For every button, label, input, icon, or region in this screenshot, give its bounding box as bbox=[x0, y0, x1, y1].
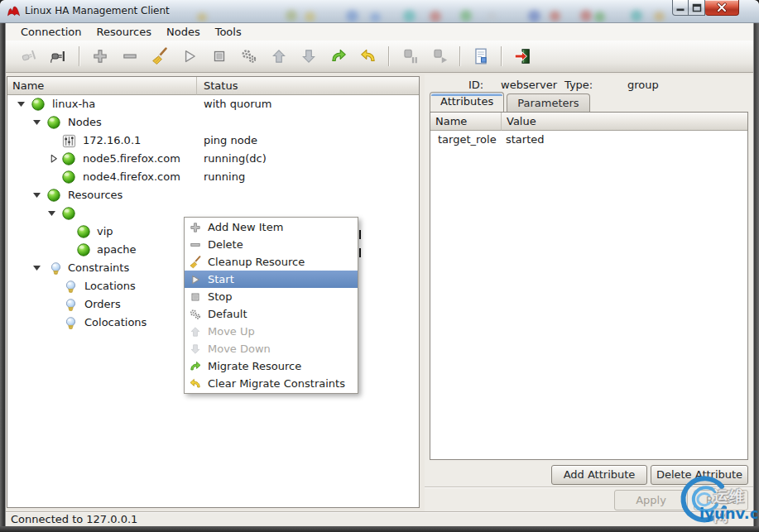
toolbar bbox=[6, 41, 753, 73]
node-green-icon bbox=[61, 206, 76, 221]
app-window: Linux HA Management Client Connection Re… bbox=[0, 0, 759, 532]
menu-bar: Connection Resources Nodes Tools bbox=[6, 23, 753, 41]
close-button[interactable] bbox=[705, 0, 739, 16]
tree-row-linux-ha[interactable]: linux-ha with quorum bbox=[7, 95, 419, 113]
tree-row-node5[interactable]: node5.firefox.com running(dc) bbox=[7, 150, 419, 168]
resource-id-row: ID: webserver Type: group bbox=[425, 79, 753, 92]
glass-blob bbox=[594, 12, 605, 22]
expander-right-icon[interactable] bbox=[47, 152, 60, 165]
ping-node-icon bbox=[61, 133, 77, 149]
details-tabs: Attributes Parameters bbox=[430, 92, 593, 112]
tab-attributes[interactable]: Attributes bbox=[430, 92, 504, 112]
glass-blob bbox=[430, 11, 441, 22]
stop-button[interactable] bbox=[207, 45, 232, 68]
activate-button bbox=[427, 45, 452, 68]
tab-parameters[interactable]: Parameters bbox=[507, 93, 589, 112]
toolbar-separator bbox=[501, 46, 502, 66]
tree-row-resources[interactable]: Resources bbox=[7, 186, 419, 204]
window-controls bbox=[672, 0, 739, 16]
expander-down-icon[interactable] bbox=[31, 189, 43, 201]
broom-icon bbox=[189, 256, 202, 269]
disconnect-icon bbox=[20, 47, 38, 65]
tree-header-status[interactable]: Status bbox=[197, 77, 419, 95]
details-panel: ID: webserver Type: group Attributes Par… bbox=[425, 74, 753, 511]
add-attribute-button[interactable]: Add Attribute bbox=[551, 465, 647, 485]
maximize-button[interactable] bbox=[689, 0, 705, 16]
expander-down-icon[interactable] bbox=[15, 98, 27, 110]
node-green-icon bbox=[61, 151, 76, 166]
resource-context-menu: Add New Item Delete Cleanup Resource Sta… bbox=[184, 217, 358, 394]
add-item-button[interactable] bbox=[88, 45, 113, 68]
reset-button: Reset bbox=[694, 490, 748, 510]
arrow-up-icon bbox=[270, 47, 288, 65]
yellow-curved-arrow-icon bbox=[189, 377, 202, 391]
attribute-name: target_role bbox=[438, 131, 497, 149]
minus-icon bbox=[121, 47, 139, 65]
toolbar-separator bbox=[388, 46, 390, 66]
tree-header-name[interactable]: Name bbox=[7, 77, 197, 95]
context-cleanup-resource[interactable]: Cleanup Resource bbox=[185, 253, 358, 271]
close-icon bbox=[717, 2, 727, 12]
menu-connection[interactable]: Connection bbox=[13, 23, 89, 41]
expander-down-icon[interactable] bbox=[31, 261, 43, 274]
clear-migrate-button[interactable] bbox=[356, 45, 381, 68]
delete-attribute-button[interactable]: Delete Attribute bbox=[651, 465, 748, 485]
migrate-button[interactable] bbox=[326, 45, 351, 68]
node-green-icon bbox=[31, 97, 46, 112]
glass-blob bbox=[286, 10, 297, 22]
play-icon bbox=[189, 273, 202, 286]
cleanup-button[interactable] bbox=[147, 45, 172, 68]
default-button[interactable] bbox=[237, 45, 262, 68]
context-add-new-item[interactable]: Add New Item bbox=[185, 218, 358, 236]
context-default[interactable]: Default bbox=[185, 305, 358, 323]
lightbulb-icon bbox=[64, 279, 78, 295]
attr-header-value[interactable]: Value bbox=[502, 113, 747, 131]
glass-blob bbox=[370, 12, 381, 22]
arrow-up-icon bbox=[189, 325, 202, 338]
node-green-icon bbox=[61, 170, 76, 185]
tree-row-node4[interactable]: node4.firefox.com running bbox=[7, 168, 419, 186]
exit-button[interactable] bbox=[510, 45, 535, 68]
context-move-up: Move Up bbox=[185, 323, 358, 340]
attr-header-name[interactable]: Name bbox=[430, 113, 502, 131]
connect-button[interactable] bbox=[46, 45, 71, 68]
tree-row-ping-node[interactable]: 172.16.0.1 ping node bbox=[7, 132, 419, 150]
tree-header: Name Status bbox=[7, 77, 419, 95]
plus-icon bbox=[189, 221, 202, 234]
start-button[interactable] bbox=[177, 45, 202, 68]
transition-viewer-button[interactable] bbox=[468, 45, 493, 68]
node-green-icon bbox=[76, 224, 91, 239]
id-value: webserver bbox=[501, 79, 557, 91]
context-stop[interactable]: Stop bbox=[185, 288, 358, 305]
move-down-button bbox=[296, 45, 321, 68]
arrow-down-icon bbox=[300, 47, 318, 65]
move-up-button bbox=[267, 45, 291, 68]
lightbulb-icon bbox=[49, 261, 63, 276]
expander-down-icon[interactable] bbox=[46, 207, 58, 219]
green-curved-arrow-icon bbox=[329, 47, 348, 65]
title-bar: Linux HA Management Client bbox=[0, 0, 759, 23]
context-delete[interactable]: Delete bbox=[185, 236, 358, 253]
status-bar: Connected to 127.0.0.1 bbox=[6, 511, 753, 526]
glass-blob bbox=[460, 10, 472, 22]
context-migrate-resource[interactable]: Migrate Resource bbox=[185, 357, 358, 375]
lightbulb-icon bbox=[64, 297, 78, 313]
minimize-button[interactable] bbox=[672, 0, 689, 16]
window-border-bottom bbox=[0, 526, 759, 532]
menu-tools[interactable]: Tools bbox=[208, 23, 249, 41]
minus-icon bbox=[189, 238, 202, 252]
standby-icon bbox=[401, 47, 419, 65]
node-green-icon bbox=[46, 115, 61, 130]
expander-down-icon[interactable] bbox=[31, 116, 43, 128]
context-clear-migrate-constraints[interactable]: Clear Migrate Constraints bbox=[185, 375, 358, 392]
connection-status-text: Connected to 127.0.0.1 bbox=[11, 513, 137, 525]
tree-row-nodes[interactable]: Nodes bbox=[7, 113, 419, 132]
menu-nodes[interactable]: Nodes bbox=[159, 23, 208, 41]
remove-item-button[interactable] bbox=[118, 45, 142, 68]
green-curved-arrow-icon bbox=[189, 360, 202, 373]
play-icon bbox=[180, 47, 199, 65]
attributes-table: Name Value target_role started bbox=[430, 112, 748, 460]
context-start-highlighted[interactable]: Start bbox=[185, 271, 358, 288]
menu-resources[interactable]: Resources bbox=[89, 23, 159, 41]
attribute-row[interactable]: target_role started bbox=[430, 131, 747, 149]
